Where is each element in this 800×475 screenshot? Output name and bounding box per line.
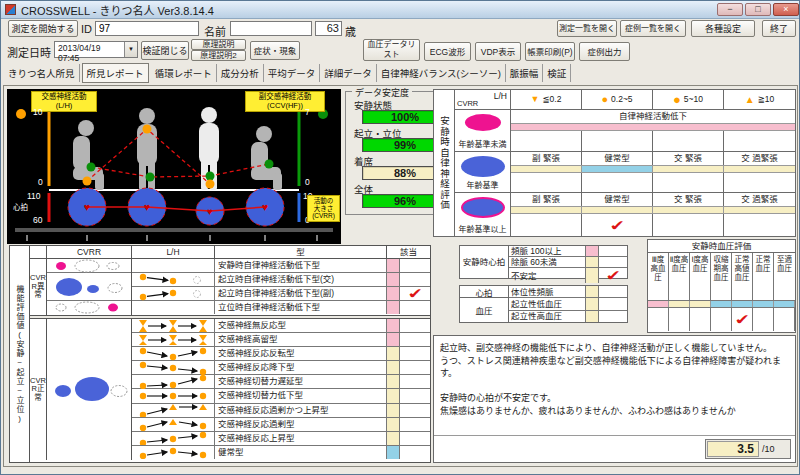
comment-line: 焦燥感はありませんか、疲れはありませんか、ふわふわ感はありませんか: [440, 405, 789, 418]
age-value: 63: [315, 21, 342, 36]
bp-col-header: Ⅱ度高血圧: [669, 253, 690, 300]
hr-axis-label: 心拍: [13, 201, 28, 212]
match-strip: [586, 298, 599, 309]
lh-pattern-icon: [132, 375, 215, 388]
match-strip: [387, 301, 400, 314]
hr-group-label: 心拍: [460, 286, 508, 298]
cream-bar: [511, 166, 582, 172]
blue-bar: [582, 166, 653, 172]
cvrr-pattern-icon: [47, 273, 131, 301]
ecg-button[interactable]: ECG波形: [424, 42, 471, 61]
bp-row-label: 起立性低血圧: [509, 298, 586, 309]
id-input[interactable]: [95, 21, 199, 36]
ccv-min-tick: 0: [305, 177, 310, 187]
lh-pattern-icon: [132, 347, 215, 360]
app-icon: [5, 4, 16, 15]
resting-bp-eval-panel: 安静時血圧評価 Ⅲ度高血圧 Ⅱ度高血圧 Ⅰ度高血圧 収縮期高血圧 正常高値血圧 …: [647, 239, 796, 333]
bp-col-header: 収縮期高血圧: [711, 253, 732, 300]
type-name: 交感神経高留型: [215, 333, 387, 346]
cream-bar: [653, 207, 724, 213]
symptoms-button[interactable]: 症状・現象: [250, 41, 300, 60]
hr-max-tick: 110: [27, 191, 41, 201]
start-measure-button[interactable]: 測定を開始する: [8, 20, 78, 37]
close-button[interactable]: ×: [773, 3, 799, 16]
group-label-cvrr-normal: CVRR正常: [30, 319, 47, 460]
ccv-max-tick: 7: [305, 107, 310, 117]
eval-cell: 健常型: [582, 193, 653, 206]
bp-row-label: 起立性高血圧: [509, 311, 586, 322]
dropdown-arrow-icon[interactable]: ▼: [124, 42, 137, 57]
tab-junkan-report[interactable]: 循環レポート: [151, 64, 217, 82]
name-input[interactable]: [230, 21, 312, 36]
maximize-button[interactable]: □: [745, 3, 771, 16]
resting-autonomic-eval-panel: 安静時自律神経評価 L/H CVRR ▼ ≦0.2 ● 0.2~5 ● 5~10…: [433, 89, 796, 237]
eval-cell: 交 過緊張: [724, 152, 795, 165]
bp-data-list-button[interactable]: 血圧データリスト: [363, 39, 420, 61]
lh-pattern-icon: [132, 418, 215, 431]
match-strip: [387, 287, 400, 300]
tab-seibun-bunseki[interactable]: 成分分析: [217, 64, 264, 82]
lh-pattern-icon: [132, 333, 215, 346]
posture-chart: ♥ ♥ ♥ ♥ 交感神経活動(L/H) 副交感神経活動(CCV(HF)) 10 …: [7, 89, 341, 244]
verify-close-button[interactable]: 検証閉じる: [141, 41, 189, 60]
match-strip: [586, 286, 599, 297]
col-header-cvrr: CVRR: [47, 246, 132, 258]
settings-button[interactable]: 各種設定: [691, 20, 755, 37]
print-button[interactable]: 帳票印刷(P): [525, 42, 575, 61]
tab-heikin-data[interactable]: 平均データ: [264, 64, 321, 82]
principle2-button[interactable]: 原理説明2: [191, 50, 246, 61]
lh-pattern-icon: [132, 389, 215, 402]
tab-jiritsu-balance[interactable]: 自律神経バランス(シーソー): [377, 64, 506, 82]
hr-row-label: 除脈 60未満: [509, 257, 586, 267]
blue-ellipse-icon: [461, 156, 505, 177]
datetime-label: 測定日時: [7, 44, 51, 60]
match-strip: [387, 259, 400, 272]
resting-eval-side-label: 安静時自律神経評価: [437, 116, 451, 211]
exit-button[interactable]: 終了: [762, 20, 796, 37]
resting-hr-label: 安静時心拍: [460, 246, 509, 278]
svg-text:♥: ♥: [262, 201, 269, 213]
pink-ellipse-icon: [465, 114, 501, 131]
age-above-label-cell: 年齢基準以上: [455, 193, 511, 236]
col-header-type: 型: [215, 246, 387, 258]
case-output-button[interactable]: 症例出力: [579, 42, 630, 61]
principle1-button[interactable]: 原理説明: [191, 39, 246, 50]
datetime-select[interactable]: 2013/04/19 07:45 ▼: [54, 41, 138, 58]
tab-kiritsu-shoken[interactable]: きりつ名人所見: [4, 64, 80, 82]
match-strip: [387, 446, 400, 459]
eval-cell: 交 緊張: [653, 193, 724, 206]
legend-col-4: ▲ ≧10: [724, 90, 795, 109]
match-strip: [387, 389, 400, 402]
tab-shoken-report[interactable]: 所見レポート: [82, 63, 149, 83]
type-name: 安静時自律神経活動低下型: [215, 259, 387, 272]
match-strip: [387, 418, 400, 431]
legend-col-1: ▼ ≦0.2: [511, 90, 582, 109]
tab-kenshou[interactable]: 検証: [543, 64, 571, 82]
posture-chart-graphic: ♥ ♥ ♥ ♥: [7, 89, 341, 244]
type-name: 起立時自律神経活動低下型(副): [215, 287, 387, 300]
vdp-button[interactable]: VDP表示: [475, 42, 521, 61]
cream-bar: [669, 301, 690, 307]
age-standard-label-cell: 年齢基準: [455, 152, 511, 193]
match-strip: [387, 404, 400, 417]
open-case-list-button[interactable]: 症例一覧を開く: [620, 20, 686, 37]
bp-col-header: 正常高値血圧: [732, 253, 753, 300]
age-below-label-cell: 年齢基準未満: [455, 110, 511, 151]
type-name: 起立時自律神経活動低下型(交): [215, 273, 387, 286]
lh-pattern-icon: [132, 432, 215, 445]
type-name: 交感神経反応過剰かつ上昇型: [215, 404, 387, 417]
cream-bar: [582, 207, 653, 213]
lh-pattern-icon: [132, 361, 215, 374]
score-denominator: /10: [762, 444, 775, 454]
tab-myaku-shinpuku[interactable]: 脈振幅: [506, 64, 544, 82]
bp-group-label: 血圧: [460, 298, 508, 322]
open-measure-list-button[interactable]: 測定一覧を開く: [557, 20, 617, 37]
pink-bar: [511, 124, 795, 130]
col-header-lh: L/H: [132, 246, 215, 258]
tab-shousai-data[interactable]: 詳細データ: [320, 64, 377, 82]
triangle-up-icon: ▲: [745, 94, 755, 105]
function-eval-table: 機能評価値(安静~起立~立位) CVRR L/H 型 該当 CVRR異常: [9, 245, 431, 463]
name-label: 名前: [204, 23, 226, 39]
minimize-button[interactable]: −: [717, 3, 743, 16]
type-name: 交感神経反応上昇型: [215, 432, 387, 445]
